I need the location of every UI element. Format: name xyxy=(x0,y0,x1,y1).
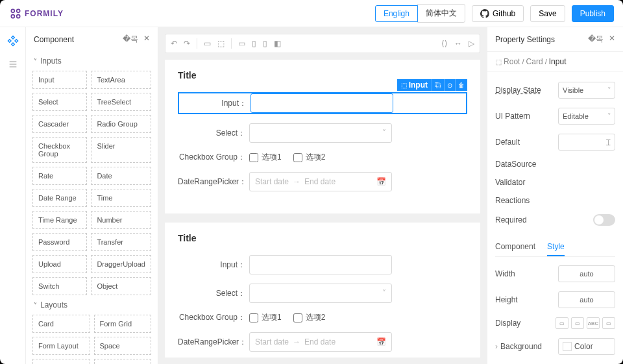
lang-chinese-button[interactable]: 简体中文 xyxy=(417,4,465,23)
pin-icon[interactable]: �목 xyxy=(123,34,138,45)
component-form-grid[interactable]: Form Grid xyxy=(94,315,152,333)
component-time[interactable]: Time xyxy=(91,189,151,207)
calendar-icon: 📅 xyxy=(376,177,386,186)
width-input[interactable]: auto xyxy=(558,265,615,282)
prop-validator[interactable]: Validator xyxy=(495,178,615,187)
field-select[interactable]: Select xyxy=(178,123,467,143)
lang-english-button[interactable]: Engligh xyxy=(375,5,418,22)
component-space[interactable]: Space xyxy=(94,337,152,355)
delete-icon[interactable]: 🗑 xyxy=(455,79,467,91)
component-formtab[interactable]: FormTab xyxy=(32,359,90,364)
category-inputs[interactable]: Inputs xyxy=(32,51,151,71)
field-input[interactable]: Input xyxy=(178,255,467,274)
component-radio-group[interactable]: Radio Group xyxy=(91,115,151,133)
property-panel-title: Property Settings xyxy=(495,35,555,44)
component-rate[interactable]: Rate xyxy=(32,167,87,185)
svg-point-3 xyxy=(17,14,20,18)
close-icon[interactable]: ✕ xyxy=(609,34,615,45)
field-select[interactable]: Select xyxy=(178,284,467,303)
component-treeselect[interactable]: TreeSelect xyxy=(91,93,151,111)
calendar-icon: 📅 xyxy=(376,337,386,346)
canvas-toolbar: ↶ ↷ ▭ ⬚ ▭ ▯ ▯ ◧ ⟨⟩ ↔ ▷ xyxy=(165,34,480,53)
github-button[interactable]: Github xyxy=(472,5,524,22)
component-input[interactable]: Input xyxy=(32,71,87,89)
svg-point-0 xyxy=(11,9,14,12)
tablet-icon[interactable]: ▯ xyxy=(252,39,256,48)
component-date-range[interactable]: Date Range xyxy=(32,189,87,207)
component-slider[interactable]: Slider xyxy=(91,137,151,163)
prop-required: Required xyxy=(495,215,593,224)
breadcrumb[interactable]: ⬚ Root / Card / Input xyxy=(487,52,623,72)
pin-icon[interactable]: �목 xyxy=(588,34,604,45)
responsive-icon[interactable]: ◧ xyxy=(274,39,281,48)
field-checkbox[interactable]: Checkbox Group 选项1选项2 xyxy=(178,312,467,323)
component-transfer[interactable]: Transfer xyxy=(91,233,151,251)
display-options[interactable]: ▭▭ABC▭ xyxy=(556,317,615,329)
ui-pattern-select[interactable]: Editable xyxy=(558,108,615,125)
save-button[interactable]: Save xyxy=(530,5,565,22)
select-control[interactable] xyxy=(249,123,392,143)
prop-width: Width xyxy=(495,269,558,278)
tab-style[interactable]: Style xyxy=(547,238,565,256)
outline-tab-icon[interactable] xyxy=(6,57,20,71)
field-input[interactable]: Input xyxy=(178,92,467,114)
component-switch[interactable]: Switch xyxy=(32,277,87,295)
selection-tag-label[interactable]: ⬚ Input xyxy=(397,79,432,91)
component-checkbox-group[interactable]: Checkbox Group xyxy=(32,137,87,163)
components-tab-icon[interactable] xyxy=(6,34,20,48)
prop-background[interactable]: BackgroundColor xyxy=(495,334,615,359)
settings-icon[interactable]: ⊙ xyxy=(444,79,455,91)
component-card[interactable]: Card xyxy=(32,315,90,333)
display-state-select[interactable]: Visible xyxy=(558,82,615,99)
form-card[interactable]: Title ⬚ Input ⿻ ⊙ 🗑 Input xyxy=(165,60,480,213)
fullwidth-icon[interactable]: ↔ xyxy=(454,39,462,48)
required-toggle[interactable] xyxy=(593,214,615,226)
mobile-icon[interactable]: ▯ xyxy=(263,39,267,48)
checkbox-option[interactable]: 选项1 xyxy=(249,152,282,163)
field-daterange[interactable]: DateRangePicker Start date→End date📅 xyxy=(178,172,467,191)
component-password[interactable]: Password xyxy=(32,233,87,251)
component-upload[interactable]: Upload xyxy=(32,255,87,273)
cursor-icon[interactable]: ▭ xyxy=(204,39,211,48)
component-time-range[interactable]: Time Range xyxy=(32,211,87,229)
component-form-layout[interactable]: Form Layout xyxy=(32,337,90,355)
default-input[interactable]: ⌶ xyxy=(558,134,615,151)
desktop-icon[interactable]: ▭ xyxy=(238,39,245,48)
selection-tag: ⬚ Input ⿻ ⊙ 🗑 xyxy=(397,79,467,91)
component-textarea[interactable]: TextArea xyxy=(91,71,151,89)
daterange-control[interactable]: Start date→End date📅 xyxy=(249,172,392,191)
field-checkbox[interactable]: Checkbox Group 选项1选项2 xyxy=(178,152,467,163)
publish-button[interactable]: Publish xyxy=(572,5,614,22)
checkbox-option[interactable]: 选项1 xyxy=(249,312,282,323)
input-control[interactable] xyxy=(250,93,393,113)
prop-reactions[interactable]: Reactions xyxy=(495,196,615,205)
tab-component[interactable]: Component xyxy=(495,238,535,256)
prop-boxshadow[interactable]: Box ShadowColor xyxy=(495,359,615,364)
copy-icon[interactable]: ⿻ xyxy=(432,79,444,91)
redo-icon[interactable]: ↷ xyxy=(184,39,190,48)
select-control[interactable] xyxy=(249,284,392,303)
close-icon[interactable]: ✕ xyxy=(143,34,150,45)
field-daterange[interactable]: DateRangePicker Start date→End date📅 xyxy=(178,332,467,352)
undo-icon[interactable]: ↶ xyxy=(171,39,177,48)
prop-datasource[interactable]: DataSource xyxy=(495,160,615,169)
category-layouts[interactable]: Layouts xyxy=(32,295,151,315)
preview-icon[interactable]: ▷ xyxy=(469,39,474,48)
height-input[interactable]: auto xyxy=(558,291,615,308)
daterange-control[interactable]: Start date→End date📅 xyxy=(249,332,392,352)
component-cascader[interactable]: Cascader xyxy=(32,115,87,133)
form-card[interactable]: Title Input Select Checkbox Group 选项1选项2 xyxy=(165,223,480,358)
component-date[interactable]: Date xyxy=(91,167,151,185)
json-icon[interactable]: ⟨⟩ xyxy=(441,39,448,48)
component-select[interactable]: Select xyxy=(32,93,87,111)
component-formcollapse[interactable]: FormCollapse xyxy=(94,359,152,364)
prop-ui-pattern: UI Pattern xyxy=(495,112,558,121)
prop-default: Default xyxy=(495,138,558,147)
select-icon[interactable]: ⬚ xyxy=(217,39,225,48)
checkbox-option[interactable]: 选项2 xyxy=(293,312,326,323)
checkbox-option[interactable]: 选项2 xyxy=(293,152,326,163)
input-control[interactable] xyxy=(249,255,392,274)
component-object[interactable]: Object xyxy=(91,277,151,295)
component-draggerupload[interactable]: DraggerUpload xyxy=(91,255,151,273)
component-number[interactable]: Number xyxy=(91,211,151,229)
